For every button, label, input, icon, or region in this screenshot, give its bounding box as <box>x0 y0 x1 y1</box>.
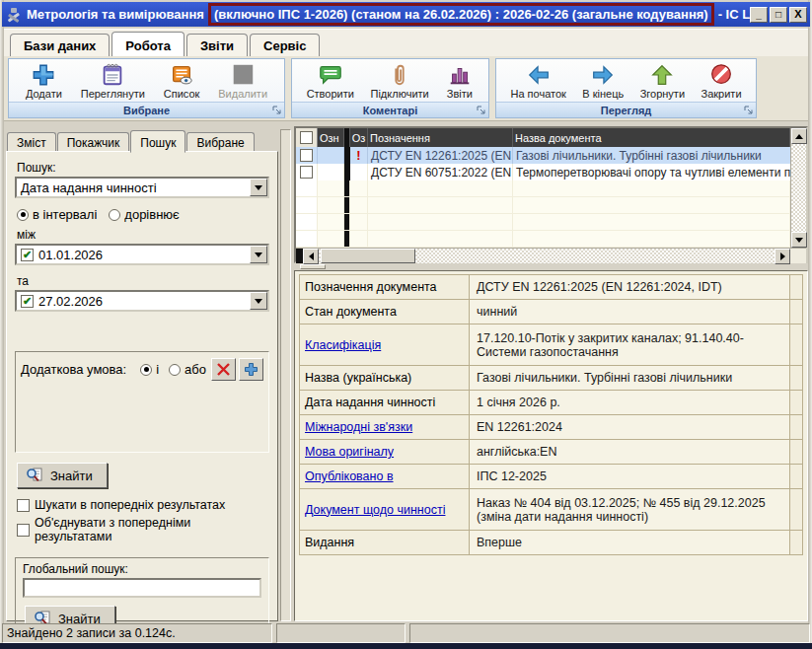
detail-value: Газові лічильники. Турбінні газові лічил… <box>470 366 789 390</box>
checkbox-merge-previous[interactable] <box>17 524 30 537</box>
detail-label: Позначення документа <box>300 275 470 299</box>
checkbox-checked-icon[interactable]: ✔ <box>21 249 34 261</box>
gray-square-icon <box>229 61 258 88</box>
dialog-launcher-icon[interactable] <box>743 105 754 115</box>
table-row[interactable]: ! ДСТУ EN 12261:2025 (EN Газові лічильни… <box>296 147 790 164</box>
detail-value: Вперше <box>470 531 789 554</box>
grid-horizontal-scrollbar[interactable] <box>319 249 775 263</box>
international-relations-link[interactable]: Міжнародні зв'язки <box>300 415 470 439</box>
status-message: Знайдено 2 записи за 0.124с. <box>2 623 272 643</box>
remove-condition-button[interactable] <box>211 358 236 381</box>
radio-and[interactable] <box>140 364 152 376</box>
tab-reports[interactable]: Звіти <box>186 34 248 56</box>
collapse-button[interactable]: Згорнути <box>636 60 689 102</box>
table-row[interactable]: ДСТУ EN 60751:2022 (EN Термоперетворювач… <box>296 164 790 180</box>
sidebar-tab-contents[interactable]: Зміст <box>7 132 56 152</box>
radio-or[interactable] <box>169 364 181 376</box>
sidebar-scrollbar[interactable] <box>280 129 291 621</box>
checkbox-checked-icon[interactable]: ✔ <box>21 295 34 308</box>
detail-label: Видання <box>300 531 470 554</box>
add-button[interactable]: Додати <box>22 60 66 102</box>
classification-link[interactable]: Класифікація <box>300 324 470 365</box>
add-condition-button[interactable] <box>239 358 263 381</box>
date-from-combo[interactable]: ✔ 01.01.2026 <box>15 244 269 265</box>
minimize-button[interactable]: _ <box>750 7 768 23</box>
scroll-up-icon[interactable] <box>791 128 807 144</box>
list-button[interactable]: Список <box>160 60 204 102</box>
detail-row-strip <box>789 465 802 488</box>
attach-comment-button[interactable]: Підключити <box>367 60 433 102</box>
detail-value: ІПС 12-2025 <box>470 465 789 488</box>
radio-equals[interactable] <box>109 209 120 221</box>
checkbox-unchecked-icon[interactable] <box>300 166 313 179</box>
comment-reports-button[interactable]: Звіти <box>441 60 478 102</box>
blue-plus-icon <box>244 362 258 377</box>
tab-work[interactable]: Робота <box>111 32 185 56</box>
detail-row-strip <box>789 366 802 390</box>
checkbox-unchecked-icon[interactable] <box>300 131 313 144</box>
close-button[interactable]: X <box>789 7 807 23</box>
create-comment-button[interactable]: Створити <box>303 60 358 102</box>
speech-bubble-icon <box>316 61 344 88</box>
detail-row-strip <box>789 415 802 439</box>
status-panel <box>276 623 406 643</box>
table-row: Дата надання чинності 1 січня 2026 р. <box>300 391 802 415</box>
find-button[interactable]: Знайти <box>17 463 108 488</box>
grid-vertical-scrollbar[interactable] <box>790 128 806 248</box>
grid-header-select[interactable] <box>296 128 318 147</box>
scroll-down-icon[interactable] <box>791 232 807 248</box>
status-panel <box>409 623 810 643</box>
validity-document-link[interactable]: Документ щодо чинності <box>300 489 470 530</box>
grid-header-mark1[interactable]: Озн <box>318 128 344 147</box>
window-bottom-edge <box>0 643 812 649</box>
global-search-input[interactable] <box>23 578 261 598</box>
sidebar-tab-search[interactable]: Пошук <box>130 130 185 153</box>
tab-service[interactable]: Сервіс <box>250 34 320 56</box>
grid-header-mark2[interactable]: Оз <box>350 128 368 147</box>
maximize-button[interactable]: □ <box>770 7 787 23</box>
radio-interval[interactable] <box>17 209 29 221</box>
tab-databases[interactable]: Бази даних <box>10 34 110 56</box>
detail-label: Назва (українська) <box>300 366 470 390</box>
grid-header-designation[interactable]: Позначення <box>368 128 513 147</box>
dialog-launcher-icon[interactable] <box>271 105 282 115</box>
date-to-combo[interactable]: ✔ 27.02.2026 <box>15 290 269 312</box>
chevron-down-icon[interactable] <box>250 246 267 263</box>
table-row: Документ щодо чинності Наказ № 404 від 0… <box>300 489 802 531</box>
empty-grid-row <box>296 231 790 248</box>
scrollbar-thumb[interactable] <box>321 249 415 263</box>
scroll-left-icon[interactable] <box>303 249 319 264</box>
find-button-label: Знайти <box>50 469 93 483</box>
close-view-button[interactable]: Закрити <box>698 60 746 102</box>
detail-value: EN 12261:2024 <box>470 415 789 439</box>
empty-grid-row <box>296 214 790 231</box>
sidebar-tab-index[interactable]: Покажчик <box>57 132 130 152</box>
scroll-right-icon[interactable] <box>775 249 790 264</box>
published-in-link[interactable]: Опубліковано в <box>300 465 470 488</box>
go-last-button[interactable]: В кінець <box>578 60 627 102</box>
search-field-combo[interactable]: Дата надання чинності <box>15 177 269 198</box>
app-icon <box>5 7 23 23</box>
grid-header-name[interactable]: Назва документа <box>513 128 790 147</box>
ribbon: Додати Переглянути Список Видалити <box>4 56 808 121</box>
go-first-button[interactable]: На початок <box>506 60 569 102</box>
view-button[interactable]: Переглянути <box>77 60 149 102</box>
group-label-favorites: Вибране <box>9 102 284 117</box>
dialog-launcher-icon[interactable] <box>476 105 486 115</box>
results-grid: Озн Оз Позначення Назва документа ! ДСТУ… <box>294 126 808 263</box>
checkbox-search-previous-label: Шукати в попередніх результатах <box>35 498 225 512</box>
original-language-link[interactable]: Мова оригіналу <box>300 440 470 464</box>
checkbox-unchecked-icon[interactable] <box>300 149 313 162</box>
checkbox-search-previous[interactable] <box>17 499 30 512</box>
horizontal-splitter[interactable] <box>294 263 808 270</box>
search-field-label: Пошук: <box>17 161 269 175</box>
radio-or-label: або <box>185 362 206 377</box>
row-designation: ДСТУ EN 60751:2022 (EN <box>368 164 513 180</box>
row-name: Термоперетворювачі опору та чутливі елем… <box>513 164 790 180</box>
detail-label: Дата надання чинності <box>300 391 470 414</box>
splitter-grip[interactable] <box>300 264 326 269</box>
chevron-down-icon[interactable] <box>250 292 267 310</box>
chevron-down-icon[interactable] <box>250 179 267 196</box>
sidebar-tab-favorites[interactable]: Вибране <box>186 132 254 152</box>
table-row: Позначення документа ДСТУ EN 12261:2025 … <box>300 275 802 300</box>
